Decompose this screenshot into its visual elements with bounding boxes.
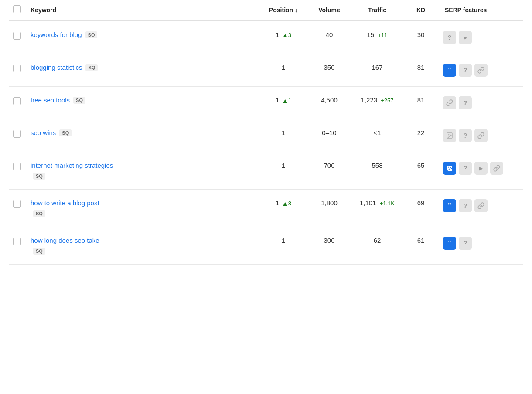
volume-td: 350 (310, 54, 349, 87)
position-value: 1 (282, 64, 285, 71)
table-row: how to write a blog post SQ 1 8 1,800 1,… (9, 190, 523, 227)
question-serp-icon[interactable]: ? (459, 162, 472, 175)
serp-td: "? (436, 190, 523, 227)
kd-td: 22 (406, 119, 436, 152)
traffic-td: <1 (349, 119, 406, 152)
keyword-link[interactable]: blogging statistics (31, 64, 82, 71)
play-serp-icon[interactable]: ▶ (459, 31, 472, 44)
quote-serp-icon[interactable]: " (443, 237, 456, 250)
serp-icons-group: "? (443, 237, 519, 250)
serp-icons-group: ?▶ (443, 162, 519, 175)
volume-header[interactable]: Volume (310, 0, 349, 21)
keyword-td: how long does seo take SQ (26, 227, 257, 265)
link-serp-icon[interactable] (490, 162, 503, 175)
question-serp-icon[interactable]: ? (443, 31, 456, 44)
link-serp-icon[interactable] (474, 199, 488, 212)
keyword-link[interactable]: how long does seo take (31, 237, 99, 244)
row-checkbox-cell (9, 152, 26, 190)
volume-header-label: Volume (318, 7, 340, 14)
serp-icons-group: "? (443, 64, 519, 77)
table-row: free seo tools SQ 1 1 4,500 1,223 +257 8… (9, 87, 523, 119)
question-serp-icon[interactable]: ? (459, 129, 472, 142)
quote-serp-icon[interactable]: " (443, 199, 456, 212)
keyword-badge-line: SQ (31, 172, 253, 180)
image-serp-icon[interactable] (443, 162, 456, 175)
serp-icons-group: ? (443, 96, 519, 109)
sq-badge: SQ (85, 64, 98, 71)
volume-value: 350 (324, 64, 334, 71)
sq-badge: SQ (33, 210, 45, 217)
row-checkbox[interactable] (13, 97, 21, 105)
keyword-header[interactable]: Keyword (26, 0, 257, 21)
keyword-td: how to write a blog post SQ (26, 190, 257, 227)
row-checkbox[interactable] (13, 130, 21, 138)
kd-value: 81 (417, 64, 425, 71)
quote-serp-icon[interactable]: " (443, 64, 456, 77)
main-container: Keyword Position ↓ Volume Traffic KD SER… (0, 0, 532, 265)
question-serp-icon[interactable]: ? (459, 199, 472, 212)
keywords-table: Keyword Position ↓ Volume Traffic KD SER… (9, 0, 523, 265)
position-td: 1 (257, 152, 310, 190)
position-value: 1 (282, 162, 285, 169)
question-serp-icon[interactable]: ? (459, 96, 472, 109)
keyword-link[interactable]: keywords for blog (31, 31, 82, 38)
up-arrow-icon (283, 202, 287, 206)
link-serp-icon[interactable] (443, 96, 456, 109)
position-td: 1 (257, 54, 310, 87)
traffic-change: +257 (381, 97, 393, 104)
keyword-link[interactable]: free seo tools (31, 96, 70, 104)
position-value: 1 (276, 31, 279, 38)
row-checkbox[interactable] (13, 32, 21, 40)
kd-td: 81 (406, 87, 436, 119)
link-serp-icon[interactable] (474, 64, 488, 77)
header-checkbox[interactable] (13, 5, 21, 13)
keyword-link[interactable]: seo wins (31, 129, 56, 136)
row-checkbox[interactable] (13, 65, 21, 72)
serp-icons-group: ?▶ (443, 31, 519, 44)
image-serp-icon[interactable] (443, 129, 456, 142)
row-checkbox-cell (9, 54, 26, 87)
serp-td: ?▶ (436, 21, 523, 54)
serp-td: ?▶ (436, 152, 523, 190)
traffic-value: 167 (372, 64, 382, 71)
traffic-value: 62 (374, 237, 381, 244)
traffic-header[interactable]: Traffic (349, 0, 406, 21)
table-row: how long does seo take SQ 1 300 62 61 "? (9, 227, 523, 265)
position-header[interactable]: Position ↓ (257, 0, 310, 21)
keyword-link[interactable]: how to write a blog post (31, 199, 99, 207)
svg-point-3 (448, 167, 449, 168)
row-checkbox[interactable] (13, 163, 21, 170)
position-change: 3 (283, 32, 291, 38)
question-serp-icon[interactable]: ? (459, 237, 472, 250)
keyword-cell: how to write a blog post SQ (31, 199, 253, 217)
play-serp-icon[interactable]: ▶ (474, 162, 488, 175)
traffic-value: 1,223 (361, 96, 377, 104)
select-all-checkbox[interactable] (9, 0, 26, 21)
keyword-cell: keywords for blog SQ (31, 31, 253, 38)
kd-header[interactable]: KD (406, 0, 436, 21)
keyword-td: keywords for blog SQ (26, 21, 257, 54)
kd-value: 81 (417, 96, 425, 104)
position-header-label: Position ↓ (269, 7, 298, 14)
traffic-td: 167 (349, 54, 406, 87)
volume-value: 1,800 (321, 199, 338, 207)
row-checkbox-cell (9, 119, 26, 152)
keyword-cell: internet marketing strategies SQ (31, 162, 253, 180)
keyword-link[interactable]: internet marketing strategies (31, 162, 113, 169)
row-checkbox-cell (9, 227, 26, 265)
volume-value: 300 (324, 237, 334, 244)
volume-td: 1,800 (310, 190, 349, 227)
sq-badge: SQ (59, 129, 72, 136)
volume-value: 40 (326, 31, 333, 38)
position-td: 1 (257, 227, 310, 265)
row-checkbox[interactable] (13, 238, 21, 245)
question-serp-icon[interactable]: ? (459, 64, 472, 77)
link-serp-icon[interactable] (474, 129, 488, 142)
volume-td: 40 (310, 21, 349, 54)
keyword-cell: blogging statistics SQ (31, 64, 253, 71)
sq-badge: SQ (73, 97, 85, 104)
kd-td: 81 (406, 54, 436, 87)
position-value: 1 (282, 129, 285, 136)
row-checkbox[interactable] (13, 200, 21, 208)
sq-badge: SQ (33, 173, 45, 180)
